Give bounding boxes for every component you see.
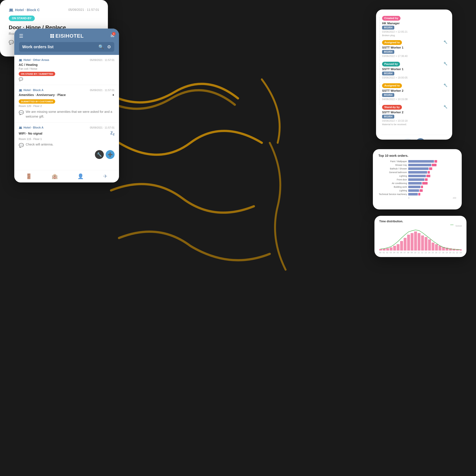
pause-icon-3: ⏸ xyxy=(112,94,115,97)
svg-point-7 xyxy=(11,9,13,10)
chart1-bars-1 xyxy=(408,164,456,166)
wo-comment-3: 💬 We are missing some amenities that we … xyxy=(19,109,115,119)
logo-area: EISIHOTEL xyxy=(50,33,84,39)
svg-rect-19 xyxy=(411,233,413,251)
comment-bubble-4: 💬 xyxy=(19,142,24,149)
activity-id-5: 801854 xyxy=(382,115,394,119)
activity-badge-5: Stand-by by xyxy=(382,105,402,110)
svg-point-1 xyxy=(20,59,22,60)
notification-count: 1 xyxy=(112,32,116,35)
notification-bell[interactable]: ✉ 1 xyxy=(111,33,114,38)
chart1-row-7: Building work xyxy=(378,186,456,188)
legend-label: Solved xyxy=(455,225,462,227)
action-btn-tools[interactable]: 🔧 xyxy=(95,150,104,159)
chart1-label-5: Front door xyxy=(378,178,407,181)
chart1-blue-bar-3 xyxy=(408,171,427,174)
activity-dt-1: 03/06/2022 > 12:05:21 xyxy=(382,31,408,33)
hamburger-icon[interactable]: ☰ xyxy=(19,33,23,39)
chart1-blue-bar-5 xyxy=(408,178,425,181)
wo-location-3: Hotel · Block A xyxy=(19,88,43,92)
svg-rect-16 xyxy=(400,241,403,251)
activity-dt-4: 04/06/2022 > 10:15:08 xyxy=(382,98,408,101)
activity-dt-3: 03/06/2022 > 18:00:05 xyxy=(382,76,408,79)
activity-id-2: 801854 xyxy=(382,50,394,54)
chart1-blue-bar-6 xyxy=(408,182,422,185)
people-icon-3 xyxy=(19,89,22,92)
zzz-icon: Zz xyxy=(110,131,115,136)
footer-door-icon[interactable]: 🚪 xyxy=(26,173,32,179)
activity-item-2: Assigned to SSTT Worker 1 801854 03/06/2… xyxy=(381,40,447,58)
activity-badge-1: Created by xyxy=(382,16,400,21)
svg-rect-22 xyxy=(421,236,424,251)
wo-item-header-4: Hotel · Block A 05/09/2021 · 11:57:01 xyxy=(19,126,115,129)
search-icon[interactable]: 🔍 xyxy=(98,44,104,50)
wo-header: ☰ EISIHOTEL ✉ 1 Work orders list 🔍 ⚙ xyxy=(14,29,119,55)
svg-rect-25 xyxy=(432,243,434,251)
svg-rect-17 xyxy=(404,238,407,251)
wo-item-3[interactable]: Hotel · Block A 05/09/2021 · 11:57:01 Am… xyxy=(14,85,119,122)
activity-worker-5: SSTT Worker 2 xyxy=(382,111,408,114)
logo-suffix: HOTEL xyxy=(66,33,84,39)
activity-id-4: 801854 xyxy=(382,93,394,97)
chart1-bars-9 xyxy=(408,193,456,195)
activity-badge-3: Paused by xyxy=(382,62,400,67)
footer-building-icon[interactable]: 🏨 xyxy=(51,173,58,179)
activity-item-1: Created by HK Manager 801854 03/06/2022 … xyxy=(381,16,447,37)
detail-loc-text: Hotel · Block C xyxy=(15,8,40,12)
footer-settings-icon[interactable]: ✈ xyxy=(103,173,108,179)
svg-point-2 xyxy=(19,89,20,90)
chart2-svg xyxy=(379,228,462,251)
chart2-panel: Time distribution. Solved xyxy=(374,216,466,257)
action-btn-add[interactable]: ➕ xyxy=(106,150,115,159)
chart1-label-0: Paint / Wallpaper xyxy=(378,160,407,163)
chart1-bars-5 xyxy=(408,178,456,181)
chart1-bars-3 xyxy=(408,171,456,174)
comment-bubble-3: 💬 xyxy=(19,110,24,116)
wo-task-3: Amenities · Anniversary · Place xyxy=(19,93,66,97)
chart2-canvas: 000102030405 060708091011 121314151617 1… xyxy=(379,228,462,251)
wo-item-1[interactable]: Hotel · Other Areas 05/09/2021 · 11:57:0… xyxy=(14,55,119,85)
activity-note-1: Broken plug. xyxy=(382,34,408,37)
svg-rect-12 xyxy=(386,248,389,251)
chart1-row-3: General bathroom xyxy=(378,171,456,174)
footer-nav: 🚪 🏨 👤 ✈ xyxy=(14,170,119,183)
wo-item-4[interactable]: Hotel · Block A 05/09/2021 · 11:57:01 WI… xyxy=(14,122,119,162)
wo-comment-text-4: Check wifi antenna. xyxy=(26,142,53,147)
activity-worker-2: SSTT Worker 1 xyxy=(382,46,408,49)
chart1-row-6: Air conditioning xyxy=(378,182,456,185)
wo-title-bar: Work orders list 🔍 ⚙ xyxy=(19,42,114,52)
chart1-pink-bar-1 xyxy=(432,164,437,166)
wo-datetime-4: 05/09/2021 · 11:57:01 xyxy=(90,126,115,129)
activity-item-4: Assigned to SSTT Worker 2 801854 04/06/2… xyxy=(381,83,447,102)
activity-badge-4: Assigned to xyxy=(382,83,402,88)
activity-people-btn[interactable] xyxy=(403,138,412,140)
wrench-icon-3: 🔧 xyxy=(443,62,447,66)
svg-rect-10 xyxy=(379,249,382,251)
chart1-row-2: Bathtub / Shower xyxy=(378,167,456,170)
chart1-label-2: Bathtub / Shower xyxy=(378,167,407,170)
detail-header-row: Hotel · Block C 05/09/2021 · 11:57:01 xyxy=(9,8,99,14)
footer-person-icon[interactable]: 👤 xyxy=(77,173,84,179)
wo-header-top: ☰ EISIHOTEL ✉ 1 xyxy=(19,33,114,39)
wo-comment-4: 💬 Check wifi antenna. xyxy=(19,142,115,149)
filter-icon[interactable]: ⚙ xyxy=(107,44,111,50)
chart1-pink-bar-5 xyxy=(425,178,428,181)
wo-task-status-row: Amenities · Anniversary · Place ⏸ xyxy=(19,93,115,97)
wo-sub-4: Room 115 · Floor 1 xyxy=(19,137,115,141)
activity-worker-3: SSTT Worker 1 xyxy=(382,68,408,71)
chart1-row-0: Paint / Wallpaper xyxy=(378,160,456,163)
chart1-bars-8 xyxy=(408,189,456,192)
chart1-bars-0 xyxy=(408,160,456,163)
svg-point-4 xyxy=(19,127,20,128)
activity-check-btn[interactable]: ✓ xyxy=(416,138,425,140)
chart1-row-5: Front door xyxy=(378,178,456,181)
people-icon-1 xyxy=(19,59,22,62)
chart2-title: Time distribution. xyxy=(379,220,462,223)
wo-task-zzz-row: WIFI · No signal Zz xyxy=(19,131,115,136)
legend-line xyxy=(450,225,454,225)
detail-location: Hotel · Block C xyxy=(9,8,40,12)
chart1-label-4: Lighting xyxy=(378,175,407,177)
chart1-blue-bar-8 xyxy=(408,189,419,192)
detail-status-badge: ON STAND-BY xyxy=(9,16,35,21)
wo-sub-1: Fan coil / Noise xyxy=(19,67,115,70)
